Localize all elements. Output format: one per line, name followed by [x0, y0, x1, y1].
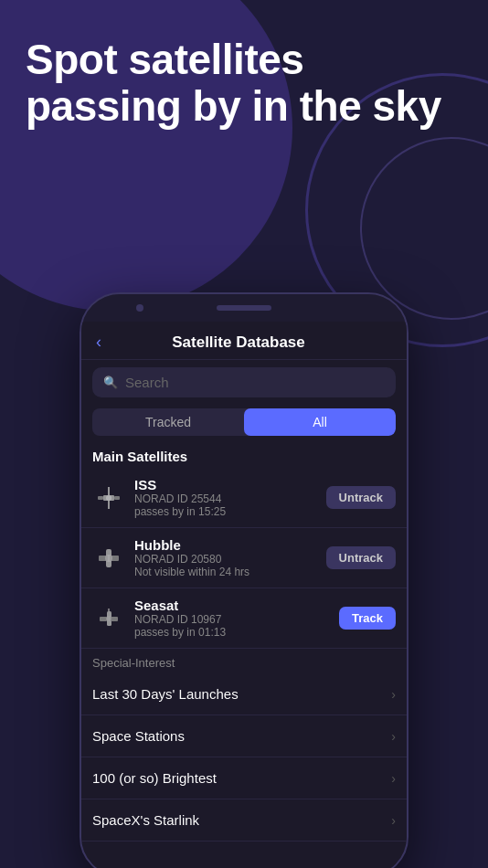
svg-point-15: [106, 616, 111, 621]
tab-tracked[interactable]: Tracked: [92, 408, 244, 436]
svg-point-5: [106, 495, 111, 501]
phone-top-bar: [81, 294, 407, 322]
hubble-info: Hubble NORAD ID 20580 Not visible within…: [134, 537, 317, 578]
hubble-norad: NORAD ID 20580: [134, 553, 317, 566]
last-30-days-label: Last 30 Days' Launches: [92, 686, 239, 702]
tab-selector: Tracked All: [92, 408, 396, 436]
search-bar[interactable]: 🔍 Search: [92, 367, 396, 397]
svg-rect-13: [111, 617, 118, 621]
tab-all[interactable]: All: [244, 408, 396, 436]
satellite-item-iss[interactable]: ISS NORAD ID 25544 passes by in 15:25 Un…: [81, 468, 407, 528]
hero-title: Spot satellites passing by in the sky: [26, 37, 462, 129]
svg-point-9: [105, 555, 112, 562]
back-button[interactable]: ‹: [96, 333, 101, 352]
seasat-icon: [92, 602, 125, 635]
iss-pass: passes by in 15:25: [134, 505, 317, 518]
seasat-pass: passes by in 01:13: [134, 626, 330, 639]
hubble-name: Hubble: [134, 537, 317, 553]
seasat-norad: NORAD ID 10967: [134, 613, 330, 626]
space-stations-label: Space Stations: [92, 728, 185, 744]
phone-camera: [136, 304, 143, 312]
iss-info: ISS NORAD ID 25544 passes by in 15:25: [134, 477, 317, 518]
spacex-starlink-label: SpaceX's Starlink: [92, 812, 199, 828]
search-container: 🔍 Search: [81, 360, 407, 405]
satellite-item-seasat[interactable]: Seasat NORAD ID 10967 passes by in 01:13…: [81, 588, 407, 649]
chevron-right-icon-2: ›: [391, 729, 396, 744]
app-screen: ‹ Satellite Database 🔍 Search Tracked Al…: [81, 322, 407, 868]
category-space-stations[interactable]: Space Stations ›: [81, 715, 407, 757]
100-brightest-label: 100 (or so) Brightest: [92, 770, 217, 786]
iss-norad: NORAD ID 25544: [134, 492, 317, 505]
special-interest-header: Special-Interest: [81, 649, 407, 673]
svg-rect-3: [98, 496, 103, 500]
hero-section: Spot satellites passing by in the sky: [26, 37, 462, 129]
svg-rect-4: [114, 496, 120, 500]
iss-name: ISS: [134, 477, 317, 492]
category-last-30-days[interactable]: Last 30 Days' Launches ›: [81, 673, 407, 715]
search-input[interactable]: Search: [125, 375, 169, 390]
seasat-name: Seasat: [134, 598, 330, 613]
iss-icon: [92, 482, 125, 514]
category-spacex-starlink[interactable]: SpaceX's Starlink ›: [81, 799, 407, 842]
svg-rect-12: [100, 617, 107, 621]
hubble-untrack-button[interactable]: Untrack: [326, 546, 396, 569]
hubble-pass: Not visible within 24 hrs: [134, 566, 317, 578]
iss-untrack-button[interactable]: Untrack: [326, 486, 396, 509]
chevron-right-icon-4: ›: [391, 813, 396, 828]
phone-mockup: ‹ Satellite Database 🔍 Search Tracked Al…: [80, 292, 408, 868]
page-title: Satellite Database: [109, 333, 368, 352]
chevron-right-icon-3: ›: [391, 771, 396, 786]
phone-outer: ‹ Satellite Database 🔍 Search Tracked Al…: [80, 292, 408, 868]
satellite-item-hubble[interactable]: Hubble NORAD ID 20580 Not visible within…: [81, 528, 407, 588]
seasat-track-button[interactable]: Track: [339, 607, 396, 630]
seasat-info: Seasat NORAD ID 10967 passes by in 01:13: [134, 598, 330, 639]
phone-speaker: [217, 305, 271, 311]
category-100-brightest[interactable]: 100 (or so) Brightest ›: [81, 757, 407, 799]
chevron-right-icon: ›: [391, 687, 396, 702]
nav-bar: ‹ Satellite Database: [81, 322, 407, 360]
hubble-icon: [92, 542, 125, 575]
main-satellites-header: Main Satellites: [81, 443, 407, 468]
search-icon: 🔍: [103, 376, 118, 389]
